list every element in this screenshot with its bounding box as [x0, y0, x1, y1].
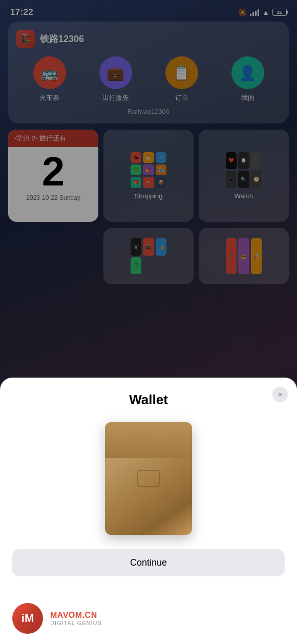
watermark-text: MAVOM.CN DIGITAL GENIUS [50, 611, 102, 626]
modal-title: Wallet [12, 392, 285, 408]
wallet-image-container [12, 422, 285, 535]
wallet-product-image [105, 422, 192, 535]
modal-close-button[interactable]: × [272, 387, 288, 402]
continue-button[interactable]: Continue [12, 549, 285, 576]
close-icon: × [278, 390, 282, 399]
watermark-avatar: iM [12, 603, 43, 634]
watermark-area: iM MAVOM.CN DIGITAL GENIUS [0, 603, 297, 634]
wallet-flap [105, 422, 192, 458]
watermark-sub: DIGITAL GENIUS [50, 620, 102, 626]
watermark-site: MAVOM.CN [50, 611, 102, 620]
